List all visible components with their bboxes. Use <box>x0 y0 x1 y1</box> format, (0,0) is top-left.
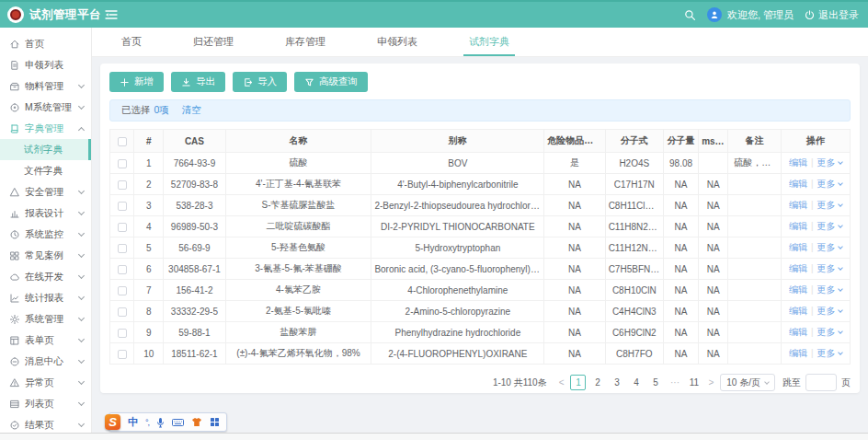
sidebar-item[interactable]: 安全管理 <box>0 181 91 203</box>
sidebar-item[interactable]: 系统管理 <box>0 308 91 330</box>
tab-item[interactable]: 试剂字典 <box>443 28 535 56</box>
row-checkbox[interactable] <box>118 286 127 295</box>
jump-page-input[interactable] <box>805 374 837 391</box>
edit-link[interactable]: 编辑 <box>789 284 807 295</box>
cell-actions: 编辑|更多 <box>781 174 850 195</box>
sidebar-item[interactable]: 异常页 <box>0 372 91 393</box>
tab-item[interactable]: 归还管理 <box>167 28 259 56</box>
more-dropdown[interactable]: 更多 <box>817 348 842 358</box>
sidebar-item-label: 字典管理 <box>25 122 74 135</box>
sidebar-item[interactable]: 首页 <box>0 33 91 54</box>
edit-link[interactable]: 编辑 <box>789 263 807 273</box>
punctuation-icon[interactable]: °, <box>145 418 149 427</box>
page-size-select[interactable]: 10 条/页 <box>720 374 775 391</box>
cell-formula: C8H10ClN <box>605 280 663 301</box>
row-checkbox[interactable] <box>118 180 127 190</box>
more-dropdown[interactable]: 更多 <box>817 284 842 295</box>
microphone-icon[interactable] <box>156 417 165 428</box>
next-page-button[interactable]: > <box>706 377 715 388</box>
sidebar-item[interactable]: 消息中心 <box>0 351 91 372</box>
app-logo: 试剂管理平台 <box>0 6 92 23</box>
chinese-mode-icon[interactable]: 中 <box>128 415 138 429</box>
more-dropdown[interactable]: 更多 <box>817 179 842 189</box>
toolbar-button[interactable]: 新增 <box>109 72 164 92</box>
sidebar-item[interactable]: 列表页 <box>0 393 91 414</box>
sidebar-item[interactable]: 报表设计 <box>0 203 91 224</box>
message-icon <box>9 356 20 367</box>
edit-link[interactable]: 编辑 <box>789 221 807 231</box>
cell-weight: NA <box>663 280 698 301</box>
tab-item[interactable]: 首页 <box>96 28 167 56</box>
more-dropdown[interactable]: 更多 <box>817 221 842 231</box>
avatar[interactable] <box>707 7 722 22</box>
sidebar-collapse-icon[interactable] <box>105 9 118 20</box>
keyboard-icon[interactable] <box>172 418 184 427</box>
sidebar-item[interactable]: 字典管理 <box>0 118 91 139</box>
sidebar-item[interactable]: 在线开发 <box>0 266 91 287</box>
edit-link[interactable]: 编辑 <box>789 306 807 316</box>
row-checkbox[interactable] <box>118 329 127 338</box>
row-checkbox[interactable] <box>118 202 127 211</box>
filter-icon <box>304 77 314 87</box>
sidebar-item[interactable]: 常见案例 <box>0 245 91 266</box>
user-menu[interactable]: 欢迎您, 管理员 <box>707 7 794 22</box>
sogou-logo-icon[interactable]: S <box>105 414 120 430</box>
skin-icon[interactable] <box>191 417 202 427</box>
chevron-icon <box>78 335 85 342</box>
page-number[interactable]: 2 <box>589 375 605 390</box>
edit-link[interactable]: 编辑 <box>789 242 807 252</box>
page-number[interactable]: 11 <box>686 375 702 390</box>
sidebar-item[interactable]: 试剂字典 <box>0 139 91 160</box>
sidebar-item[interactable]: 文件字典 <box>0 160 91 181</box>
edit-link[interactable]: 编辑 <box>789 200 807 210</box>
row-checkbox[interactable] <box>118 350 127 359</box>
more-dropdown[interactable]: 更多 <box>817 263 842 273</box>
toolbar-button[interactable]: 导入 <box>233 72 287 92</box>
jump-prefix: 跳至 <box>782 376 801 389</box>
more-dropdown[interactable]: 更多 <box>817 306 842 316</box>
row-checkbox[interactable] <box>118 223 127 232</box>
toolbar-button[interactable]: 导出 <box>171 72 225 92</box>
cell-formula: C11H12N2O3 <box>605 237 663 259</box>
sidebar-item[interactable]: 系统监控 <box>0 224 91 245</box>
clear-selection-link[interactable]: 清空 <box>182 104 201 117</box>
page-number[interactable]: 3 <box>609 375 624 390</box>
chevron-icon <box>78 250 85 257</box>
logout-button[interactable]: 退出登录 <box>805 8 859 22</box>
edit-link[interactable]: 编辑 <box>789 327 807 337</box>
more-dropdown[interactable]: 更多 <box>817 200 842 210</box>
sidebar-item[interactable]: M系统管理 <box>0 97 91 118</box>
more-dropdown[interactable]: 更多 <box>817 242 842 252</box>
sidebar-item[interactable]: 申领列表 <box>0 54 91 75</box>
sidebar-item[interactable]: 物料管理 <box>0 75 91 97</box>
row-checkbox[interactable] <box>118 265 127 274</box>
sidebar-item-label: 文件字典 <box>24 165 84 178</box>
toolbar-button-label: 高级查询 <box>319 75 358 88</box>
cell-actions: 编辑|更多 <box>781 153 850 174</box>
prev-page-button[interactable]: < <box>557 377 566 388</box>
tab-item[interactable]: 申领列表 <box>351 28 443 56</box>
page-number[interactable]: 4 <box>628 375 644 390</box>
page-number[interactable]: 1 <box>570 375 586 390</box>
tab-label: 首页 <box>121 35 142 49</box>
search-icon[interactable] <box>684 9 696 21</box>
page-number[interactable]: ··· <box>667 375 682 390</box>
sidebar-item[interactable]: 表单页 <box>0 330 91 351</box>
more-dropdown[interactable]: 更多 <box>817 157 842 168</box>
row-checkbox[interactable] <box>118 244 127 253</box>
edit-link[interactable]: 编辑 <box>789 348 807 358</box>
toolbox-grid-icon[interactable] <box>210 417 220 427</box>
row-checkbox[interactable] <box>118 307 127 317</box>
workspace: 新增 导出 导入 <box>92 57 868 440</box>
more-label: 更多 <box>817 327 836 337</box>
sidebar-item[interactable]: 统计报表 <box>0 287 91 308</box>
row-checkbox[interactable] <box>118 159 127 168</box>
page-number[interactable]: 5 <box>647 375 663 390</box>
toolbar-button[interactable]: 高级查询 <box>294 72 368 92</box>
select-all-checkbox[interactable] <box>118 137 127 146</box>
tab-item[interactable]: 库存管理 <box>259 28 351 56</box>
edit-link[interactable]: 编辑 <box>789 179 807 189</box>
more-dropdown[interactable]: 更多 <box>817 327 842 337</box>
cell-weight: NA <box>663 322 698 343</box>
edit-link[interactable]: 编辑 <box>789 157 807 168</box>
